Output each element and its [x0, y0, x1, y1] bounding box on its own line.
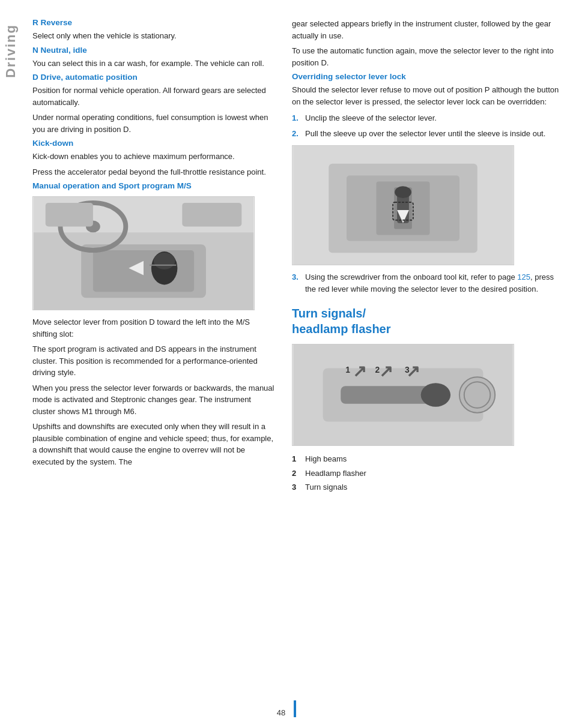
- page-number: 48: [277, 708, 285, 717]
- step-3-num: 3.: [292, 271, 305, 295]
- step-2-text: Pull the sleeve up over the selector lev…: [305, 128, 545, 140]
- sidebar: Driving: [0, 0, 22, 728]
- svg-text:1: 1: [345, 365, 350, 375]
- sidebar-label: Driving: [3, 24, 19, 78]
- ms-text-2: The sport program is activated and DS ap…: [32, 343, 275, 379]
- ms-text-4: Upshifts and downshifts are executed onl…: [32, 421, 275, 468]
- item-turn-signals: 3 Turn signals: [292, 481, 561, 493]
- item-1-num: 1: [292, 453, 305, 465]
- step-2-num: 2.: [292, 128, 305, 140]
- page-footer: 48: [0, 700, 573, 717]
- page-container: Driving R Reverse Select only when the v…: [0, 0, 573, 728]
- svg-text:3: 3: [405, 365, 410, 375]
- heading-manual-sport: Manual operation and Sport program M/S: [32, 181, 275, 190]
- item-high-beams: 1 High beams: [292, 453, 561, 465]
- svg-point-5: [154, 253, 175, 269]
- heading-kick-down: Kick-down: [32, 139, 275, 148]
- overriding-steps-cont: 3. Using the screwdriver from the onboar…: [292, 271, 561, 295]
- heading-turn-signals: Turn signals/headlamp flasher: [292, 305, 561, 337]
- section-turn-signals: Turn signals/headlamp flasher ↗: [292, 305, 561, 493]
- svg-rect-23: [341, 386, 429, 404]
- ms-diagram-svg: [33, 197, 254, 310]
- heading-r-reverse: R Reverse: [32, 18, 275, 27]
- step-3: 3. Using the screwdriver from the onboar…: [292, 271, 561, 295]
- step-2: 2. Pull the sleeve up over the selector …: [292, 128, 561, 140]
- right-column: gear selected appears briefly in the ins…: [286, 12, 573, 716]
- item-1-label: High beams: [305, 453, 347, 465]
- d-drive-text-2: Under normal operating conditions, fuel …: [32, 112, 275, 135]
- right-intro-1: gear selected appears briefly in the ins…: [292, 18, 561, 41]
- kick-down-text-2: Press the accelerator pedal beyond the f…: [32, 166, 275, 178]
- n-neutral-text: You can select this in a car wash, for e…: [32, 58, 275, 70]
- item-2-label: Headlamp flasher: [305, 468, 366, 480]
- r-reverse-text: Select only when the vehicle is stationa…: [32, 30, 275, 42]
- item-2-num: 2: [292, 468, 305, 480]
- overriding-intro: Should the selector lever refuse to move…: [292, 84, 561, 107]
- right-intro-2: To use the automatic function again, mov…: [292, 45, 561, 68]
- overriding-steps: 1. Unclip the sleeve of the selector lev…: [292, 112, 561, 139]
- section-kick-down: Kick-down Kick-down enables you to achie…: [32, 139, 275, 178]
- main-content: R Reverse Select only when the vehicle i…: [22, 0, 573, 728]
- turn-signal-diagram-svg: ↗ ↗ ↗ 1 2 3: [293, 344, 514, 445]
- ms-image: [32, 196, 255, 310]
- svg-rect-10: [46, 203, 93, 227]
- svg-point-24: [421, 383, 450, 407]
- heading-d-drive: D Drive, automatic position: [32, 73, 275, 82]
- section-manual-sport: Manual operation and Sport program M/S: [32, 181, 275, 468]
- section-r-reverse: R Reverse Select only when the vehicle i…: [32, 18, 275, 42]
- kick-down-text-1: Kick-down enables you to achieve maximum…: [32, 151, 275, 163]
- heading-overriding: Overriding selector lever lock: [292, 72, 561, 81]
- page-ref: 125: [517, 272, 530, 281]
- item-3-label: Turn signals: [305, 481, 347, 493]
- svg-point-18: [395, 186, 411, 198]
- selector-diagram-svg: [293, 146, 514, 265]
- svg-text:↗: ↗: [379, 362, 393, 381]
- d-drive-text-1: Position for normal vehicle operation. A…: [32, 85, 275, 108]
- left-column: R Reverse Select only when the vehicle i…: [22, 12, 286, 716]
- svg-text:↗: ↗: [353, 362, 366, 381]
- page-bar-indicator: [294, 700, 296, 717]
- step-3-text: Using the screwdriver from the onboard t…: [305, 271, 561, 295]
- ms-text-1: Move selector lever from position D towa…: [32, 316, 275, 340]
- section-overriding: Overriding selector lever lock Should th…: [292, 72, 561, 295]
- step-1-num: 1.: [292, 112, 305, 124]
- ms-text-3: When you press the selector lever forwar…: [32, 382, 275, 418]
- svg-rect-11: [182, 203, 241, 227]
- turn-signal-items: 1 High beams 2 Headlamp flasher 3 Turn s…: [292, 453, 561, 493]
- step-1: 1. Unclip the sleeve of the selector lev…: [292, 112, 561, 124]
- step-1-text: Unclip the sleeve of the selector lever.: [305, 112, 437, 124]
- section-n-neutral: N Neutral, idle You can select this in a…: [32, 46, 275, 70]
- selector-lock-image: [292, 145, 514, 265]
- item-headlamp-flasher: 2 Headlamp flasher: [292, 468, 561, 480]
- svg-text:2: 2: [375, 365, 380, 375]
- item-3-num: 3: [292, 481, 305, 493]
- heading-n-neutral: N Neutral, idle: [32, 46, 275, 55]
- section-d-drive: D Drive, automatic position Position for…: [32, 73, 275, 135]
- turn-signal-image: ↗ ↗ ↗ 1 2 3: [292, 344, 514, 446]
